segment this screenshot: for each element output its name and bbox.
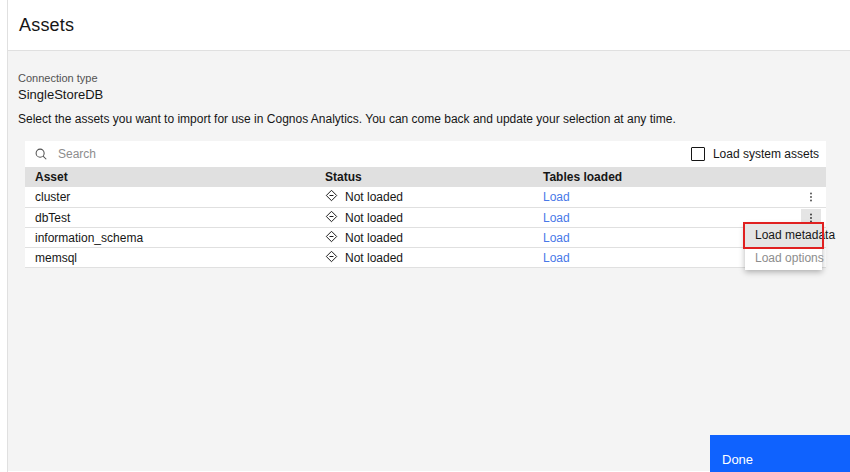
search-icon bbox=[34, 147, 48, 161]
asset-name: memsql bbox=[25, 251, 315, 265]
status-cell: Not loaded bbox=[315, 210, 533, 226]
load-link[interactable]: Load bbox=[543, 211, 570, 225]
load-system-assets-label: Load system assets bbox=[713, 147, 819, 161]
assets-panel: Assets Connection type SingleStoreDB Sel… bbox=[7, 0, 850, 472]
load-link[interactable]: Load bbox=[543, 231, 570, 245]
search-input[interactable] bbox=[58, 147, 378, 161]
status-text: Not loaded bbox=[345, 231, 403, 245]
load-system-assets-group: Load system assets bbox=[691, 147, 826, 161]
status-cell: Not loaded bbox=[315, 250, 533, 266]
load-link[interactable]: Load bbox=[543, 190, 570, 204]
table-header-row: Asset Status Tables loaded bbox=[25, 167, 826, 187]
tables-loaded-cell: Load bbox=[533, 211, 796, 225]
table-row: dbTest Not loaded Load bbox=[25, 207, 826, 227]
not-loaded-diamond-icon bbox=[325, 189, 338, 205]
not-loaded-diamond-icon bbox=[325, 210, 338, 226]
search-toolbar: Load system assets bbox=[25, 141, 826, 167]
menu-item-load-metadata[interactable]: Load metadata bbox=[745, 224, 822, 247]
status-cell: Not loaded bbox=[315, 189, 533, 205]
not-loaded-diamond-icon bbox=[325, 230, 338, 246]
connection-type-value: SingleStoreDB bbox=[18, 87, 103, 102]
tables-loaded-cell: Load bbox=[533, 190, 796, 204]
column-header-tables-loaded: Tables loaded bbox=[533, 170, 796, 184]
connection-type-label: Connection type bbox=[18, 72, 98, 84]
done-button[interactable]: Done bbox=[710, 435, 850, 472]
table-row: memsql Not loaded Load bbox=[25, 247, 826, 267]
description-text: Select the assets you want to import for… bbox=[18, 112, 676, 126]
menu-item-load-options[interactable]: Load options bbox=[745, 247, 822, 270]
status-text: Not loaded bbox=[345, 211, 403, 225]
status-cell: Not loaded bbox=[315, 230, 533, 246]
panel-header: Assets bbox=[8, 0, 850, 51]
not-loaded-diamond-icon bbox=[325, 250, 338, 266]
load-system-assets-checkbox[interactable] bbox=[691, 147, 705, 161]
assets-table: Asset Status Tables loaded cluster Not l… bbox=[25, 167, 826, 268]
status-text: Not loaded bbox=[345, 190, 403, 204]
overflow-menu-button[interactable] bbox=[801, 188, 821, 206]
asset-name: information_schema bbox=[25, 231, 315, 245]
overflow-menu-dropdown: Load metadata Load options bbox=[745, 224, 822, 270]
table-row: information_schema Not loaded Load bbox=[25, 227, 826, 247]
asset-name: cluster bbox=[25, 190, 315, 204]
asset-name: dbTest bbox=[25, 211, 315, 225]
page-title: Assets bbox=[19, 15, 74, 36]
status-text: Not loaded bbox=[345, 251, 403, 265]
panel-body: Connection type SingleStoreDB Select the… bbox=[8, 51, 850, 471]
table-row: cluster Not loaded Load bbox=[25, 187, 826, 207]
load-link[interactable]: Load bbox=[543, 251, 570, 265]
column-header-status: Status bbox=[315, 170, 533, 184]
column-header-asset: Asset bbox=[25, 170, 315, 184]
